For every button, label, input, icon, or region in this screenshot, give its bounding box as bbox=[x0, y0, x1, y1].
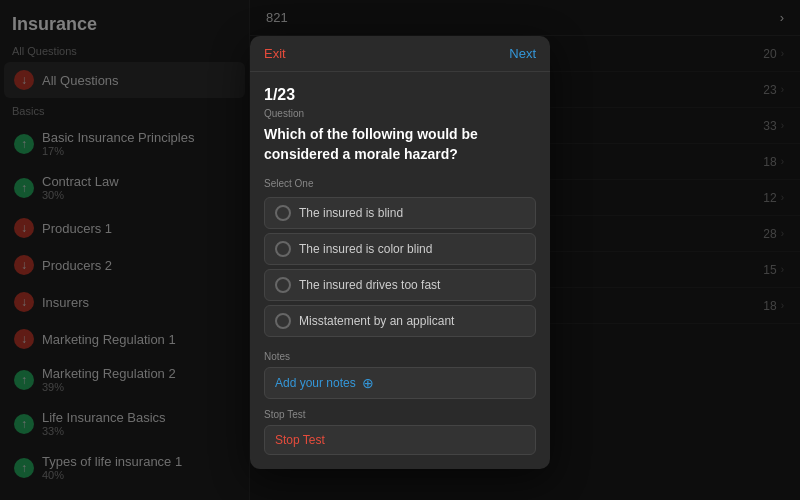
option-opt2[interactable]: The insured is color blind bbox=[264, 233, 536, 265]
question-label: Question bbox=[264, 108, 536, 119]
option-opt1[interactable]: The insured is blind bbox=[264, 197, 536, 229]
radio-opt1 bbox=[275, 205, 291, 221]
option-opt4[interactable]: Misstatement by an applicant bbox=[264, 305, 536, 337]
stop-test-text: Stop Test bbox=[275, 433, 325, 447]
option-text-opt2: The insured is color blind bbox=[299, 242, 432, 256]
stop-test-button[interactable]: Stop Test bbox=[264, 425, 536, 455]
stop-test-label: Stop Test bbox=[264, 409, 536, 420]
exit-button[interactable]: Exit bbox=[264, 46, 286, 61]
modal-overlay: Exit Next 1/23 Question Which of the fol… bbox=[0, 0, 800, 500]
option-text-opt1: The insured is blind bbox=[299, 206, 403, 220]
notes-input[interactable]: Add your notes ⊕ bbox=[264, 367, 536, 399]
stop-test-section: Stop Test Stop Test bbox=[264, 409, 536, 455]
options-list: The insured is blind The insured is colo… bbox=[264, 197, 536, 337]
notes-placeholder: Add your notes bbox=[275, 376, 356, 390]
question-text: Which of the following would be consider… bbox=[264, 125, 536, 164]
notes-label: Notes bbox=[264, 351, 536, 362]
radio-opt4 bbox=[275, 313, 291, 329]
select-one-label: Select One bbox=[264, 178, 536, 189]
radio-opt2 bbox=[275, 241, 291, 257]
modal-body: 1/23 Question Which of the following wou… bbox=[250, 72, 550, 469]
option-opt3[interactable]: The insured drives too fast bbox=[264, 269, 536, 301]
notes-section: Notes Add your notes ⊕ bbox=[264, 351, 536, 399]
question-modal: Exit Next 1/23 Question Which of the fol… bbox=[250, 36, 550, 469]
modal-header: Exit Next bbox=[250, 36, 550, 72]
next-button[interactable]: Next bbox=[509, 46, 536, 61]
question-progress: 1/23 bbox=[264, 86, 536, 104]
radio-opt3 bbox=[275, 277, 291, 293]
notes-add-icon: ⊕ bbox=[362, 375, 374, 391]
option-text-opt3: The insured drives too fast bbox=[299, 278, 440, 292]
option-text-opt4: Misstatement by an applicant bbox=[299, 314, 454, 328]
